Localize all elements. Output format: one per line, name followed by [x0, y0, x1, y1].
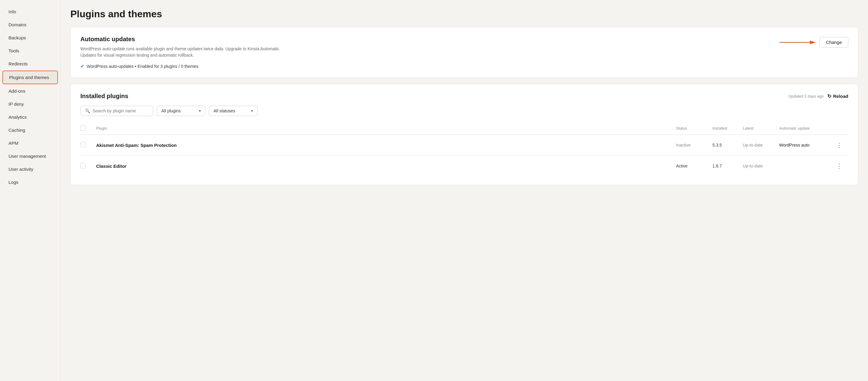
- plugin-auto-cell-1: WordPress auto: [775, 135, 830, 156]
- search-wrapper[interactable]: 🔍: [81, 106, 153, 116]
- plugin-latest-cell-1: Up-to-date: [739, 135, 775, 156]
- plugin-latest-2: Up-to-date: [743, 164, 763, 168]
- plugin-installed-2: 1.6.7: [712, 164, 722, 168]
- sidebar-item-caching[interactable]: Caching: [2, 124, 58, 136]
- all-statuses-label: All statuses: [214, 108, 235, 113]
- table-header-row: Plugin Status Installed Latest Automatic…: [81, 122, 848, 135]
- plugin-menu-button-2[interactable]: ⋮: [834, 161, 845, 171]
- row-checkbox-cell-1[interactable]: [81, 135, 93, 156]
- plugin-latest-cell-2: Up-to-date: [739, 156, 775, 177]
- plugin-actions-cell-1: ⋮: [830, 135, 848, 156]
- col-header-installed: Installed: [709, 122, 739, 135]
- plugin-installed-1: 5.3.5: [712, 143, 722, 147]
- updated-text: Updated 2 days ago: [788, 94, 824, 98]
- installed-plugins-header: Installed plugins Updated 2 days ago ↻ R…: [81, 93, 848, 100]
- sidebar-item-user-management[interactable]: User management: [2, 150, 58, 162]
- plugin-installed-cell-1: 5.3.5: [709, 135, 739, 156]
- col-header-status: Status: [672, 122, 709, 135]
- sidebar-item-tools[interactable]: Tools: [2, 44, 58, 57]
- sidebar-item-ip-deny[interactable]: IP deny: [2, 98, 58, 110]
- sidebar-item-analytics[interactable]: Analytics: [2, 111, 58, 123]
- plugin-status-cell-1: Inactive: [672, 135, 709, 156]
- search-input[interactable]: [93, 108, 149, 113]
- search-icon: 🔍: [85, 108, 90, 113]
- sidebar: Info Domains Backups Tools Redirects Plu…: [0, 0, 61, 381]
- row-checkbox-1[interactable]: [81, 142, 86, 147]
- installed-plugins-card: Installed plugins Updated 2 days ago ↻ R…: [70, 84, 858, 185]
- sidebar-item-apm[interactable]: APM: [2, 137, 58, 149]
- reload-button[interactable]: ↻ Reload: [827, 93, 848, 99]
- installed-plugins-heading: Installed plugins: [81, 93, 128, 100]
- plugins-table: Plugin Status Installed Latest Automatic…: [81, 122, 848, 176]
- plugin-latest-1: Up-to-date: [743, 143, 763, 147]
- plugin-status-1: Inactive: [676, 143, 690, 147]
- sidebar-item-domains[interactable]: Domains: [2, 19, 58, 31]
- row-checkbox-cell-2[interactable]: [81, 156, 93, 177]
- col-header-actions: [830, 122, 848, 135]
- table-row: Akismet Anti-Spam: Spam Protection Inact…: [81, 135, 848, 156]
- chevron-down-icon: ▾: [199, 109, 201, 113]
- sidebar-item-plugins-and-themes[interactable]: Plugins and themes: [2, 71, 58, 84]
- plugin-installed-cell-2: 1.6.7: [709, 156, 739, 177]
- select-all-checkbox-header[interactable]: [81, 122, 93, 135]
- main-content: Plugins and themes Automatic updates Wor…: [61, 0, 868, 381]
- all-plugins-label: All plugins: [161, 108, 181, 113]
- arrow-icon: [779, 39, 816, 46]
- change-button[interactable]: Change: [819, 37, 848, 47]
- filters-row: 🔍 All plugins ▾ All statuses ▾: [81, 106, 848, 116]
- plugin-menu-button-1[interactable]: ⋮: [834, 140, 845, 150]
- plugin-auto-cell-2: [775, 156, 830, 177]
- sidebar-item-info[interactable]: Info: [2, 5, 58, 18]
- sidebar-item-logs[interactable]: Logs: [2, 176, 58, 188]
- plugin-actions-cell-2: ⋮: [830, 156, 848, 177]
- auto-updates-info: Automatic updates WordPress auto-update …: [81, 36, 293, 69]
- auto-updates-card: Automatic updates WordPress auto-update …: [70, 27, 858, 78]
- chevron-down-icon-2: ▾: [251, 109, 253, 113]
- auto-updates-status: ✔ WordPress auto-updates • Enabled for 3…: [81, 63, 293, 69]
- page-title: Plugins and themes: [70, 8, 858, 20]
- auto-updates-description: WordPress auto-update runs available plu…: [81, 46, 293, 59]
- col-header-auto-update: Automatic update: [775, 122, 830, 135]
- svg-marker-1: [810, 41, 816, 44]
- sidebar-item-redirects[interactable]: Redirects: [2, 58, 58, 70]
- plugin-auto-1: WordPress auto: [779, 143, 809, 147]
- sidebar-item-user-activity[interactable]: User activity: [2, 163, 58, 175]
- plugin-name-cell-2: Classic Editor: [93, 156, 672, 177]
- arrow-indicator: [779, 39, 816, 46]
- col-header-latest: Latest: [739, 122, 775, 135]
- plugin-name-1: Akismet Anti-Spam: Spam Protection: [96, 143, 177, 148]
- change-action-area: Change: [779, 37, 848, 47]
- sidebar-item-add-ons[interactable]: Add-ons: [2, 85, 58, 97]
- plugin-status-cell-2: Active: [672, 156, 709, 177]
- auto-updates-heading: Automatic updates: [81, 36, 293, 43]
- plugin-name-2: Classic Editor: [96, 164, 126, 169]
- reload-label: Reload: [833, 94, 848, 99]
- reload-icon: ↻: [827, 93, 831, 99]
- plugin-status-2: Active: [676, 164, 687, 168]
- col-header-plugin: Plugin: [93, 122, 672, 135]
- table-row: Classic Editor Active 1.6.7 Up-to-date: [81, 156, 848, 177]
- row-checkbox-2[interactable]: [81, 163, 86, 168]
- all-plugins-dropdown[interactable]: All plugins ▾: [157, 106, 205, 116]
- plugins-header-right: Updated 2 days ago ↻ Reload: [788, 93, 848, 99]
- select-all-checkbox[interactable]: [81, 125, 86, 131]
- auto-updates-status-text: WordPress auto-updates • Enabled for 3 p…: [87, 64, 198, 69]
- plugin-name-cell-1: Akismet Anti-Spam: Spam Protection: [93, 135, 672, 156]
- sidebar-item-backups[interactable]: Backups: [2, 32, 58, 44]
- all-statuses-dropdown[interactable]: All statuses ▾: [209, 106, 257, 116]
- checkmark-icon: ✔: [81, 63, 84, 69]
